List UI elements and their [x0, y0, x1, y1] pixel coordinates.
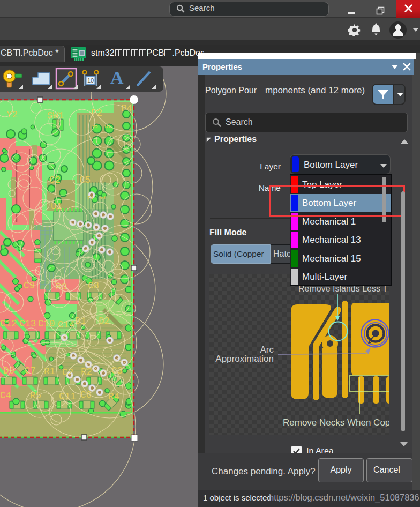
- svg-text:Y2: Y2: [6, 109, 18, 120]
- svg-text:C12: C12: [0, 318, 17, 329]
- svg-text:C10: C10: [38, 318, 55, 329]
- svg-text:P4: P4: [121, 103, 132, 114]
- svg-text:R4: R4: [108, 391, 119, 402]
- svg-text:D2: D2: [99, 316, 110, 326]
- svg-text:1: 1: [100, 196, 107, 199]
- svg-text:10: 10: [87, 77, 94, 84]
- svg-text:C13: C13: [19, 318, 36, 329]
- svg-text:C9: C9: [24, 280, 35, 291]
- svg-text:C7: C7: [25, 366, 36, 376]
- svg-text:U1: U1: [51, 201, 62, 212]
- svg-text:C4: C4: [0, 390, 11, 401]
- svg-text:2: 2: [87, 196, 95, 199]
- svg-text:R1: R1: [44, 366, 55, 377]
